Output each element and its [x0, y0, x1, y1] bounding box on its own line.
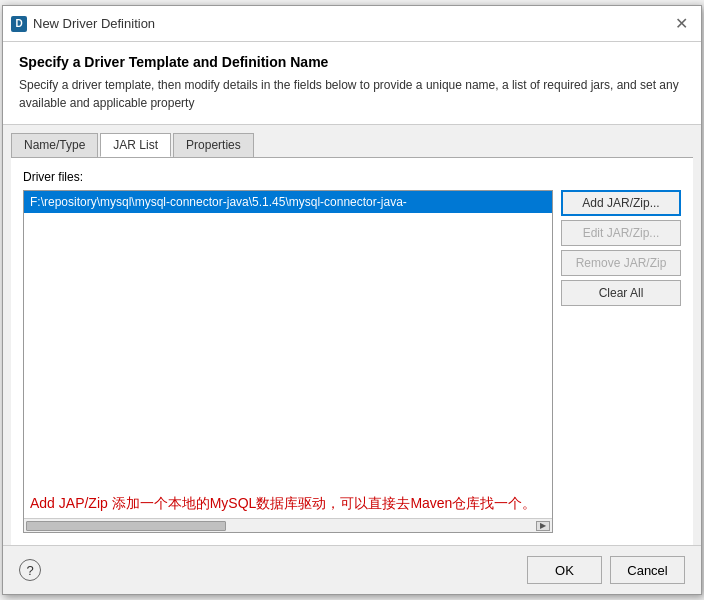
file-list-container: F:\repository\mysql\mysql-connector-java… [23, 190, 553, 533]
help-button[interactable]: ? [19, 559, 41, 581]
title-bar: D New Driver Definition ✕ [3, 6, 701, 42]
scrollbar-thumb[interactable] [26, 521, 226, 531]
header-title: Specify a Driver Template and Definition… [19, 54, 685, 70]
file-item[interactable]: F:\repository\mysql\mysql-connector-java… [24, 191, 552, 213]
tab-name-type[interactable]: Name/Type [11, 133, 98, 157]
header-description: Specify a driver template, then modify d… [19, 76, 685, 112]
dialog-window: D New Driver Definition ✕ Specify a Driv… [2, 5, 702, 595]
edit-jar-button[interactable]: Edit JAR/Zip... [561, 220, 681, 246]
tabs-bar: Name/Type JAR List Properties [3, 125, 701, 157]
cancel-button[interactable]: Cancel [610, 556, 685, 584]
side-buttons: Add JAR/Zip... Edit JAR/Zip... Remove JA… [561, 190, 681, 533]
driver-files-label: Driver files: [23, 170, 681, 184]
tab-content-jar-list: Driver files: F:\repository\mysql\mysql-… [11, 157, 693, 545]
scroll-right-arrow[interactable]: ▶ [536, 521, 550, 531]
bottom-buttons: OK Cancel [527, 556, 685, 584]
header-section: Specify a Driver Template and Definition… [3, 42, 701, 125]
tab-jar-list[interactable]: JAR List [100, 133, 171, 157]
close-button[interactable]: ✕ [669, 12, 693, 36]
ok-button[interactable]: OK [527, 556, 602, 584]
bottom-bar: ? OK Cancel [3, 545, 701, 594]
title-bar-left: D New Driver Definition [11, 16, 155, 32]
remove-jar-button[interactable]: Remove JAR/Zip [561, 250, 681, 276]
tab-properties[interactable]: Properties [173, 133, 254, 157]
annotation-text: Add JAP/Zip 添加一个本地的MySQL数据库驱动，可以直接去Maven… [24, 484, 552, 518]
add-jar-button[interactable]: Add JAR/Zip... [561, 190, 681, 216]
clear-all-button[interactable]: Clear All [561, 280, 681, 306]
files-area: F:\repository\mysql\mysql-connector-java… [23, 190, 681, 533]
horizontal-scrollbar[interactable]: ▶ [24, 518, 552, 532]
dialog-icon: D [11, 16, 27, 32]
file-list[interactable]: F:\repository\mysql\mysql-connector-java… [24, 191, 552, 484]
dialog-title: New Driver Definition [33, 16, 155, 31]
